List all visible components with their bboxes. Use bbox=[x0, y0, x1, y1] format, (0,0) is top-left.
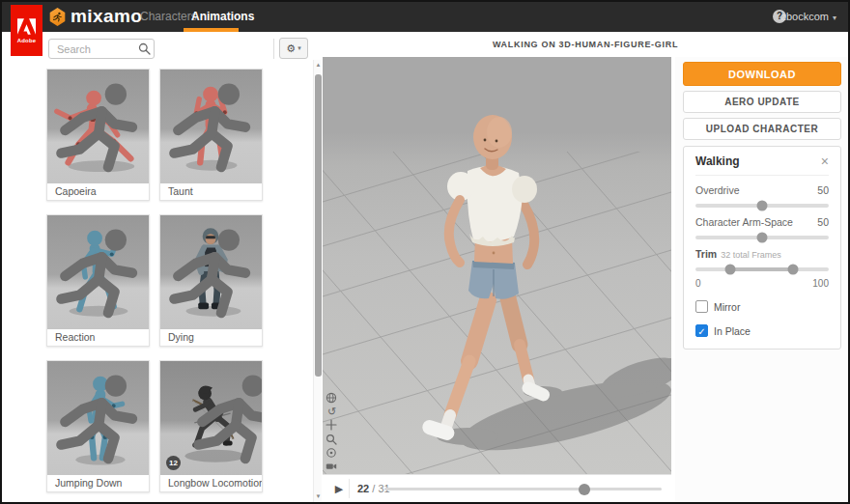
caret-down-icon: ▾ bbox=[833, 14, 836, 22]
animation-type-runner-icon bbox=[47, 361, 149, 475]
settings-dropdown-button[interactable]: ⚙ ▾ bbox=[279, 38, 308, 59]
animation-type-runner-icon bbox=[160, 215, 262, 329]
timeline-slider[interactable] bbox=[384, 488, 662, 490]
playback-bar: ▶ 22 / 31 bbox=[323, 474, 671, 502]
current-frame: 22 bbox=[357, 483, 369, 494]
taunt-thumbnail bbox=[160, 70, 262, 183]
adobe-mark-icon bbox=[17, 18, 36, 35]
animation-type-runner-icon bbox=[184, 361, 262, 475]
upload-character-button[interactable]: UPLOAD CHARACTER bbox=[683, 118, 841, 140]
arm-space-label: Character Arm-Space bbox=[695, 216, 793, 228]
caret-down-icon: ▾ bbox=[298, 44, 301, 52]
animation-card-dying[interactable]: Dying bbox=[159, 214, 263, 347]
animation-type-runner-icon bbox=[47, 215, 149, 329]
mirror-label: Mirror bbox=[714, 301, 740, 313]
orbit-icon[interactable]: ↺ bbox=[326, 406, 338, 418]
toolbar-divider bbox=[273, 39, 274, 59]
username: zbockcom bbox=[780, 11, 829, 22]
animation-settings-panel: Walking × Overdrive 50 Character Arm-Spa… bbox=[683, 146, 841, 350]
mixamo-logo[interactable] bbox=[49, 8, 66, 26]
viewer-toolbar: ↺ bbox=[326, 392, 338, 473]
arm-space-value: 50 bbox=[817, 216, 829, 228]
brand-wordmark[interactable]: mixamo bbox=[71, 6, 142, 27]
animation-card-jumping-down[interactable]: Jumping Down bbox=[46, 360, 150, 492]
animation-type-runner-icon bbox=[47, 70, 149, 183]
check-icon: ✓ bbox=[696, 325, 707, 336]
play-button[interactable]: ▶ bbox=[330, 475, 348, 502]
close-icon[interactable]: × bbox=[821, 155, 829, 167]
pan-icon[interactable] bbox=[326, 419, 338, 432]
trim-end-handle[interactable] bbox=[787, 265, 798, 275]
trim-selected-range bbox=[730, 267, 793, 271]
animation-card-label: Dying bbox=[160, 329, 262, 346]
overdrive-slider-handle[interactable] bbox=[757, 201, 768, 211]
animation-card-label: Longbow Locomotion Pack bbox=[160, 475, 262, 491]
settings-title: Walking bbox=[695, 154, 740, 168]
download-button[interactable]: DOWNLOAD bbox=[683, 62, 841, 86]
dying-thumbnail bbox=[160, 215, 262, 329]
animation-card-reaction[interactable]: Reaction bbox=[46, 214, 150, 347]
mixamo-app-window: mixamo Characters Animations ? zbockcom▾… bbox=[0, 0, 850, 504]
trim-total-frames: 32 total Frames bbox=[721, 250, 781, 260]
jumping-down-thumbnail bbox=[47, 361, 149, 475]
longbow-thumbnail: 12 bbox=[160, 361, 262, 475]
in-place-label: In Place bbox=[714, 325, 751, 337]
capoeira-thumbnail bbox=[47, 70, 149, 183]
sidebar-scrollbar[interactable]: ▲ ▼ bbox=[313, 60, 322, 502]
overdrive-slider[interactable] bbox=[695, 204, 829, 208]
animation-card-label: Taunt bbox=[160, 183, 262, 200]
gear-icon: ⚙ bbox=[286, 42, 296, 55]
animation-card-grid: Capoeira bbox=[2, 60, 311, 502]
settings-header: Walking × bbox=[695, 154, 829, 176]
animation-type-runner-icon bbox=[160, 70, 262, 183]
trim-max-label: 100 bbox=[812, 278, 829, 289]
runner-icon bbox=[52, 12, 63, 22]
mirror-checkbox-row[interactable]: Mirror bbox=[695, 300, 829, 313]
overdrive-value: 50 bbox=[817, 184, 829, 196]
aero-update-button[interactable]: AERO UPDATE bbox=[683, 91, 841, 113]
search-input[interactable] bbox=[48, 39, 155, 59]
pack-count-badge: 12 bbox=[166, 456, 181, 470]
camera-icon[interactable] bbox=[326, 461, 338, 473]
viewer-title: WALKING ON 3D-HUMAN-FIGURE-GIRL bbox=[323, 32, 848, 57]
animations-sidebar: ⚙ ▾ bbox=[2, 32, 323, 502]
animation-card-label: Jumping Down bbox=[47, 475, 149, 491]
arm-space-slider-handle[interactable] bbox=[757, 233, 768, 243]
trim-min-label: 0 bbox=[695, 278, 701, 289]
viewer-scene bbox=[323, 57, 671, 474]
arm-space-slider[interactable] bbox=[695, 236, 829, 239]
mirror-checkbox[interactable] bbox=[695, 300, 708, 313]
playbar-divider bbox=[349, 479, 350, 498]
animation-card-label: Reaction bbox=[47, 329, 149, 346]
animation-card-taunt[interactable]: Taunt bbox=[159, 69, 263, 201]
in-place-checkbox-row[interactable]: ✓ In Place bbox=[695, 324, 829, 337]
trim-range-slider[interactable] bbox=[695, 267, 829, 271]
top-navbar: mixamo Characters Animations ? zbockcom▾ bbox=[2, 2, 848, 32]
reaction-thumbnail bbox=[47, 215, 149, 329]
user-menu[interactable]: zbockcom▾ bbox=[780, 2, 836, 32]
arm-space-slider-row: Character Arm-Space 50 bbox=[695, 216, 829, 239]
frame-icon[interactable] bbox=[326, 447, 338, 460]
zoom-icon[interactable] bbox=[326, 434, 338, 446]
in-place-checkbox[interactable]: ✓ bbox=[695, 324, 708, 337]
animation-card-longbow-locomotion-pack[interactable]: 12 Longbow Locomotion Pack bbox=[159, 360, 263, 492]
character-3d-human-figure-girl bbox=[420, 115, 552, 442]
active-tab-underline bbox=[184, 28, 239, 32]
adobe-label: Adobe bbox=[17, 38, 37, 43]
trim-slider-row: Trim32 total Frames 0 100 bbox=[695, 248, 829, 289]
scrollbar-thumb[interactable] bbox=[315, 74, 322, 377]
right-panel: DOWNLOAD AERO UPDATE UPLOAD CHARACTER Wa… bbox=[675, 57, 848, 502]
viewer-canvas[interactable]: ↺ bbox=[323, 57, 671, 474]
trim-start-handle[interactable] bbox=[724, 265, 735, 275]
world-icon[interactable] bbox=[326, 392, 338, 405]
overdrive-slider-row: Overdrive 50 bbox=[695, 184, 829, 208]
trim-label: Trim bbox=[695, 248, 717, 260]
scroll-down-icon[interactable]: ▼ bbox=[314, 491, 323, 502]
timeline-handle[interactable] bbox=[579, 484, 590, 495]
overdrive-label: Overdrive bbox=[695, 184, 740, 196]
animation-card-label: Capoeira bbox=[47, 183, 149, 200]
animation-card-capoeira[interactable]: Capoeira bbox=[46, 69, 150, 201]
scroll-up-icon[interactable]: ▲ bbox=[314, 60, 323, 70]
adobe-logo[interactable]: Adobe bbox=[11, 5, 42, 56]
